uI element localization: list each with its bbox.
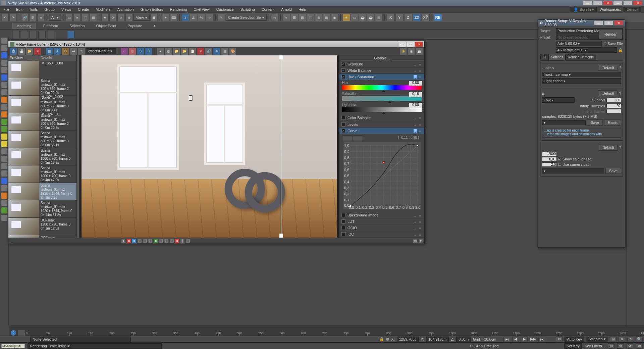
vfb-folder-button[interactable]: 📁 [173, 48, 180, 55]
poly-vertex-button[interactable] [12, 31, 19, 38]
menu-animation[interactable]: Animation [114, 7, 137, 12]
save-button[interactable]: Save [587, 119, 603, 126]
menu-icon[interactable]: ≡ [419, 129, 422, 133]
ltool-3[interactable] [1, 52, 7, 58]
vfb-maximize-button[interactable]: ▭ [407, 42, 415, 47]
tab-renderelements[interactable]: Render Elements [566, 54, 596, 60]
vfb-link-button[interactable]: 🔗 [205, 48, 212, 55]
history-row[interactable]: Scena testowa_01.max 1000 x 700, frame 0… [8, 165, 76, 183]
chevron-icon[interactable]: ⌄ [414, 129, 417, 133]
ltool-20[interactable] [1, 178, 7, 184]
menu-icon[interactable]: ≡ [419, 116, 422, 119]
help-icon[interactable]: ? [619, 66, 621, 70]
vfb-b6[interactable]: ⬚ [148, 239, 153, 243]
redo-button[interactable]: ↷ [9, 14, 17, 21]
s20-spinner[interactable]: 2,0 [542, 162, 557, 167]
poly-element-button[interactable] [47, 31, 54, 38]
select-name-button[interactable]: ≡ [73, 14, 81, 21]
history-row[interactable]: Scena testowa_01.max 800 x 560, frame 0 … [8, 78, 76, 96]
goto-end-button[interactable]: ⏭ [538, 337, 545, 342]
vfb-alpha-button[interactable]: A [54, 48, 61, 55]
timeline[interactable]: ? 05010015020025030035040045050055060065… [9, 326, 644, 336]
vfb-list-button[interactable]: ≡ [78, 48, 85, 55]
vfb-circle2-button[interactable]: ◐ [165, 48, 172, 55]
curve-editor-button[interactable]: ⬚ [307, 14, 314, 21]
menu-help[interactable]: Help [295, 7, 310, 12]
menu-edit[interactable]: Edit [13, 7, 26, 12]
vfb-titlebar[interactable]: V-Ray frame buffer - [50% of 1920 x 1344… [8, 41, 424, 47]
y-coord[interactable]: 164,916cm [426, 337, 449, 342]
close2-button[interactable]: ✕ [633, 1, 643, 5]
menu-icon[interactable]: ≡ [419, 226, 422, 230]
tab-gi[interactable]: GI [540, 54, 549, 60]
pivot-button[interactable]: ▣ [150, 14, 158, 21]
menu-icon[interactable]: ≡ [419, 75, 422, 79]
check-icon[interactable] [341, 226, 345, 230]
refcoord-dropdown[interactable]: View ▾ [133, 14, 150, 21]
nav1-button[interactable]: ⊞ [610, 337, 616, 342]
menu-arnold[interactable]: Arnold [278, 7, 295, 12]
vfb-grid-button[interactable]: ▦ [221, 48, 228, 55]
hue-value[interactable]: 0,00 [409, 81, 422, 86]
unlink-button[interactable]: ⛓ [29, 14, 37, 21]
renderer-dropdown[interactable]: Adv 3.60.03 ▾ [556, 41, 602, 46]
ltool-17[interactable] [1, 156, 7, 162]
ribbon-expand-icon[interactable]: ▾ [150, 23, 160, 29]
layers-button[interactable]: ☰ [291, 14, 298, 21]
check-icon[interactable]: ✓ [341, 75, 345, 79]
axis-z-button[interactable]: Z [404, 14, 412, 21]
material-button[interactable]: ◉ [331, 14, 338, 21]
menu-rendering[interactable]: Rendering [167, 7, 191, 12]
rsetup-close-button[interactable]: ✕ [614, 20, 624, 25]
lock-icon[interactable]: 🔒 [618, 48, 623, 52]
render-production-button[interactable]: ☕ [359, 14, 366, 21]
axis-x-button[interactable]: X [387, 14, 395, 21]
check-icon[interactable] [341, 232, 345, 236]
align-button[interactable]: ≡ [283, 14, 290, 21]
restore-button[interactable]: ▭ [593, 1, 602, 5]
hue-slider[interactable] [342, 85, 422, 90]
rotate-button[interactable]: ⟳ [109, 14, 117, 21]
vfb-close-button[interactable]: ✕ [415, 42, 423, 47]
ribbon-freeform[interactable]: Freeform [39, 23, 62, 29]
nav2-button[interactable]: ✥ [619, 337, 625, 342]
ltool-25[interactable] [1, 215, 7, 221]
history-row[interactable]: Scena testowa_01.max 1920 x 1344, frame … [8, 200, 76, 218]
dope-sheet-button[interactable]: ⊞ [315, 14, 322, 21]
close-button[interactable]: ✕ [603, 1, 612, 5]
nav5-button[interactable]: ⊞ [608, 343, 614, 349]
cc-globals[interactable]: Globals... [339, 55, 424, 61]
chevron-icon[interactable]: ⌄ [414, 123, 417, 126]
addtimetag-button[interactable]: Add Time Tag [476, 344, 498, 348]
key-mode-button[interactable]: ⊕ [556, 337, 562, 342]
compare-slider[interactable] [281, 55, 281, 238]
vfb-minimize-button[interactable]: — [399, 42, 407, 47]
maximize2-button[interactable]: ▭ [623, 1, 633, 5]
edit-named-button[interactable]: ✎ [218, 14, 225, 21]
vfb-b-button[interactable]: B [145, 48, 152, 55]
menu-group[interactable]: Group [41, 7, 58, 12]
preview-button[interactable] [67, 31, 74, 38]
vfb-rgb-button[interactable]: ▦ [46, 48, 53, 55]
vfb-viewport[interactable] [79, 55, 339, 238]
check-icon[interactable]: ✓ [341, 62, 345, 66]
minimize-button[interactable]: — [583, 1, 592, 5]
ltool-11[interactable] [1, 111, 7, 117]
scale-button[interactable]: ⤧ [117, 14, 125, 21]
vfb-b9[interactable]: ⬚ [164, 239, 169, 243]
mode-dropdown[interactable]: ▾ [542, 120, 586, 125]
cc-bgimage[interactable]: Background Image⌄≡ [339, 212, 424, 218]
check-icon[interactable]: ✓ [341, 129, 345, 133]
x-coord[interactable]: 1259,708c [397, 337, 419, 342]
vfb-b12[interactable]: | [180, 239, 185, 243]
vfb-b4[interactable]: ⬚ [137, 239, 142, 243]
menu-icon[interactable]: ≡ [419, 62, 422, 66]
lightness-value[interactable]: 0,00 [409, 103, 422, 108]
layer-explorer-button[interactable]: ▤ [299, 14, 306, 21]
vfb-cc-button[interactable]: ✨ [399, 48, 407, 55]
history-row[interactable]: DOF.max 1280 x 720, frame 0 0h 2m 49,1s [8, 235, 76, 238]
vfb-b5[interactable]: ⬚ [143, 239, 147, 243]
view-dropdown[interactable]: 4 - VRayCam01 ▾ [556, 47, 617, 53]
cc-curve[interactable]: ✓Curve⌄≡ [339, 128, 424, 134]
save2-button[interactable]: Save [605, 168, 621, 174]
